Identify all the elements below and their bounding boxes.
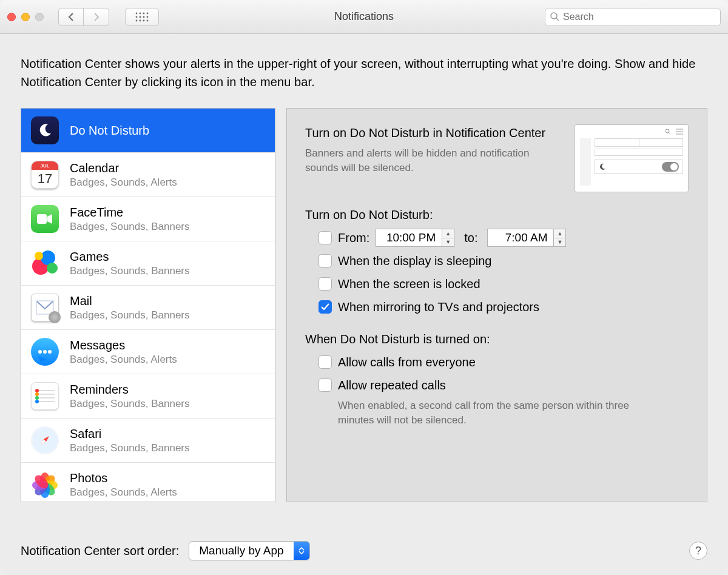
sidebar-item-sub: Badges, Sounds, Alerts <box>70 486 177 499</box>
svg-point-11 <box>147 19 149 21</box>
to-time-stepper[interactable]: 7:00 AM ▲▼ <box>487 229 566 247</box>
sidebar-item-photos[interactable]: Photos Badges, Sounds, Alerts <box>21 463 275 502</box>
intro-text: Notification Center shows your alerts in… <box>21 55 707 91</box>
stepper-down-icon[interactable]: ▼ <box>554 238 565 247</box>
help-button[interactable]: ? <box>689 542 707 560</box>
from-time-value[interactable]: 10:00 PM <box>376 229 442 247</box>
close-window-button[interactable] <box>7 13 16 21</box>
svg-point-18 <box>48 350 52 354</box>
sidebar-item-label: Games <box>70 250 190 264</box>
sidebar-item-label: Mail <box>70 294 190 308</box>
moon-icon <box>31 116 59 144</box>
sidebar-item-sub: Badges, Sounds, Banners <box>70 442 190 454</box>
detail-subheading: Banners and alerts will be hidden and no… <box>305 146 548 175</box>
stepper-down-icon[interactable]: ▼ <box>442 238 454 247</box>
messages-icon <box>31 338 59 366</box>
stepper-up-icon[interactable]: ▲ <box>554 229 565 238</box>
section-when-on-title: When Do Not Disturb is turned on: <box>305 332 689 346</box>
svg-point-1 <box>140 12 141 14</box>
window-controls <box>7 13 44 21</box>
checkbox-from-time[interactable] <box>318 231 332 244</box>
label-screen-locked: When the screen is locked <box>338 277 480 291</box>
svg-point-3 <box>147 12 149 14</box>
stepper-up-icon[interactable]: ▲ <box>442 229 454 238</box>
svg-point-7 <box>147 16 149 18</box>
sidebar-item-label: Photos <box>70 471 177 485</box>
sidebar-item-messages[interactable]: Messages Badges, Sounds, Alerts <box>21 330 275 374</box>
sidebar-item-calendar[interactable]: JUL17 Calendar Badges, Sounds, Alerts <box>21 153 275 197</box>
svg-point-6 <box>143 16 145 18</box>
checkbox-mirroring[interactable] <box>318 300 332 314</box>
checkbox-allow-repeated[interactable] <box>318 378 332 392</box>
label-display-sleeping: When the display is sleeping <box>338 254 491 268</box>
list-icon <box>676 129 683 135</box>
label-allow-repeated: Allow repeated calls <box>338 378 446 392</box>
content-area: Notification Center shows your alerts in… <box>0 34 728 502</box>
svg-point-17 <box>43 350 47 354</box>
sidebar-item-sub: Badges, Sounds, Banners <box>70 398 190 410</box>
search-icon <box>665 129 671 135</box>
svg-point-5 <box>140 16 141 18</box>
sidebar-item-label: Safari <box>70 427 190 441</box>
detail-heading: Turn on Do Not Disturb in Notification C… <box>305 124 559 141</box>
dnd-preview-graphic <box>575 124 689 192</box>
titlebar: Notifications <box>0 0 728 34</box>
svg-point-4 <box>136 16 138 18</box>
label-allow-everyone: Allow calls from everyone <box>338 355 476 369</box>
game-center-icon <box>31 249 59 277</box>
sidebar-item-label: Messages <box>70 338 177 352</box>
sidebar-item-safari[interactable]: Safari Badges, Sounds, Banners <box>21 419 275 463</box>
svg-point-10 <box>143 19 145 21</box>
sidebar-item-dnd[interactable]: Do Not Disturb <box>21 109 275 153</box>
zoom-window-button[interactable] <box>35 13 44 21</box>
svg-point-2 <box>143 12 145 14</box>
toggle-icon <box>662 162 679 172</box>
sidebar-item-label: FaceTime <box>70 206 190 220</box>
minimize-window-button[interactable] <box>21 13 30 21</box>
safari-icon <box>31 426 59 454</box>
bottom-bar: Notification Center sort order: Manually… <box>21 541 707 560</box>
sidebar-item-reminders[interactable]: .ic-rem .line:nth-child(1)::before{backg… <box>21 374 275 419</box>
checkmark-icon <box>321 303 329 311</box>
reminders-icon: .ic-rem .line:nth-child(1)::before{backg… <box>31 382 59 410</box>
checkbox-allow-everyone[interactable] <box>318 355 332 369</box>
app-list[interactable]: Do Not Disturb JUL17 Calendar Badges, So… <box>21 108 275 502</box>
select-arrows-icon <box>294 542 309 560</box>
mail-icon <box>31 294 59 321</box>
sidebar-item-games[interactable]: Games Badges, Sounds, Banners <box>21 241 275 286</box>
svg-point-8 <box>136 19 138 21</box>
sidebar-item-facetime[interactable]: FaceTime Badges, Sounds, Banners <box>21 197 275 241</box>
label-mirroring: When mirroring to TVs and projectors <box>338 300 539 314</box>
svg-line-22 <box>669 132 670 134</box>
sidebar-item-mail[interactable]: Mail Badges, Sounds, Banners <box>21 286 275 330</box>
section-turn-on-title: Turn on Do Not Disturb: <box>305 208 689 222</box>
forward-button[interactable] <box>84 8 109 26</box>
moon-icon <box>599 163 606 170</box>
sidebar-item-label: Do Not Disturb <box>70 124 149 138</box>
search-field[interactable] <box>545 8 721 26</box>
svg-point-0 <box>136 12 138 14</box>
sort-order-select[interactable]: Manually by App <box>189 541 309 560</box>
svg-point-12 <box>551 13 557 19</box>
sidebar-item-label: Calendar <box>70 161 177 175</box>
search-input[interactable] <box>563 12 715 22</box>
back-button[interactable] <box>58 8 84 26</box>
checkbox-screen-locked[interactable] <box>318 277 332 291</box>
chevron-right-icon <box>93 13 100 21</box>
sidebar-item-sub: Badges, Sounds, Banners <box>70 221 190 233</box>
notifications-preference-pane: { "window": { "title": "Notifications" }… <box>0 0 728 575</box>
detail-panel: Turn on Do Not Disturb in Notification C… <box>286 108 707 502</box>
facetime-icon <box>31 205 59 233</box>
checkbox-display-sleeping[interactable] <box>318 254 332 267</box>
to-time-value[interactable]: 7:00 AM <box>487 229 554 247</box>
photos-icon <box>31 471 59 499</box>
sidebar-item-label: Reminders <box>70 383 190 397</box>
from-time-stepper[interactable]: 10:00 PM ▲▼ <box>376 229 454 247</box>
search-icon <box>550 12 559 21</box>
sort-order-label: Notification Center sort order: <box>21 544 179 558</box>
svg-point-9 <box>140 19 141 21</box>
panels: Do Not Disturb JUL17 Calendar Badges, So… <box>21 108 707 502</box>
sidebar-item-sub: Badges, Sounds, Alerts <box>70 354 177 366</box>
sidebar-item-sub: Badges, Sounds, Banners <box>70 309 190 321</box>
show-all-button[interactable] <box>125 8 159 26</box>
